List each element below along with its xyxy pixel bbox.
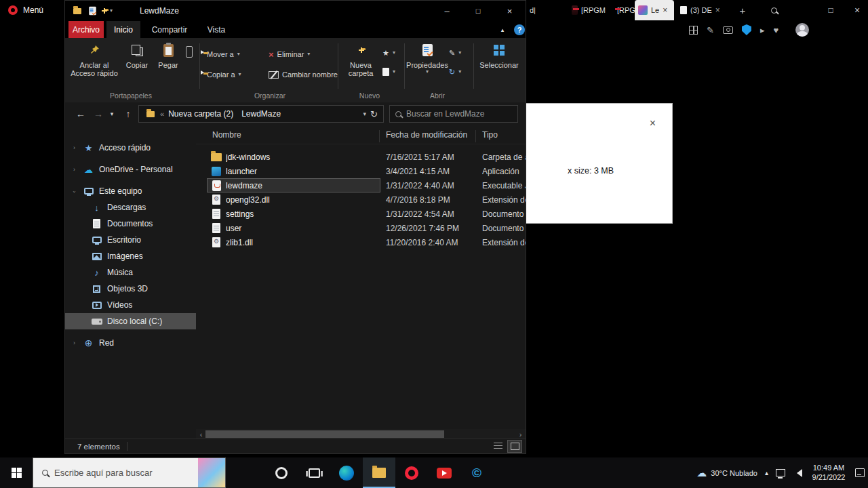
properties-button[interactable]: Propiedades ▾ (408, 41, 446, 90)
breadcrumb-item-root[interactable]: Nueva carpeta (2) (168, 109, 233, 119)
sidebar-item-music[interactable]: ♪ Música (65, 264, 196, 281)
dialog-close-icon[interactable]: × (650, 117, 656, 129)
scroll-right-icon[interactable]: › (515, 429, 526, 439)
file-row-jdk-windows[interactable]: jdk-windows 7/16/2021 5:17 AM Carpeta de… (196, 150, 526, 164)
scrollbar-thumb[interactable] (205, 430, 444, 438)
sidebar-item-network[interactable]: › ⊕ Red (65, 335, 196, 351)
browser-tab-active[interactable]: Le × (635, 0, 674, 20)
file-row-user[interactable]: user 12/26/2021 7:46 PM Documento (196, 221, 526, 235)
breadcrumb-item-current[interactable]: LewdMaze (241, 109, 281, 119)
back-button[interactable]: ← (72, 104, 90, 124)
taskbar-video-app[interactable] (428, 458, 460, 488)
tab-compartir[interactable]: Compartir (143, 21, 196, 38)
taskbar-clock[interactable]: 10:49 AM 9/21/2022 (810, 464, 848, 482)
close-button[interactable]: × (494, 1, 526, 21)
details-view-button[interactable] (491, 441, 505, 452)
column-header-name[interactable]: Nombre (212, 130, 241, 140)
minimize-button[interactable]: – (431, 1, 462, 21)
new-item-button[interactable]: ▾ (382, 65, 395, 79)
start-button[interactable] (0, 458, 33, 488)
explorer-search[interactable] (389, 105, 518, 123)
new-tab-button[interactable]: + (734, 0, 751, 20)
action-center-icon[interactable] (855, 468, 865, 477)
pin-to-quick-access-button[interactable]: Anclar al Acceso rápido (69, 41, 119, 90)
tab-tiling-icon[interactable] (689, 26, 698, 35)
copy-to-button[interactable]: Copiar a ▾ (203, 68, 241, 81)
browser-tab-rpgm-1[interactable]: [RPGM (568, 0, 609, 20)
forward-button[interactable]: → (90, 104, 107, 124)
column-header-type[interactable]: Tipo (482, 130, 498, 140)
taskbar-copyright-app[interactable]: © (460, 458, 493, 488)
up-button[interactable]: ↑ (119, 104, 137, 124)
file-row-launcher[interactable]: launcher 3/4/2021 4:15 AM Aplicación (196, 164, 526, 178)
profile-avatar[interactable] (795, 23, 809, 37)
window-close-button[interactable]: × (848, 0, 867, 20)
refresh-icon[interactable]: ↻ (370, 109, 378, 119)
properties-quick-icon[interactable] (89, 7, 96, 16)
select-button[interactable]: Seleccionar (477, 41, 521, 90)
clipboard-tools-icon[interactable] (186, 46, 193, 58)
taskbar-opera[interactable] (395, 458, 428, 488)
weather-widget[interactable]: ☁ 30°C Nublado (696, 468, 757, 478)
delete-button[interactable]: × Eliminar ▾ (269, 47, 310, 61)
rename-button[interactable]: Cambiar nombre (269, 68, 338, 81)
horizontal-scrollbar[interactable]: ‹ › (196, 429, 526, 439)
sidebar-item-downloads[interactable]: ↓ Descargas (65, 199, 196, 216)
file-row-settings[interactable]: settings 1/31/2022 4:54 AM Documento (196, 207, 526, 221)
snapshot-pencil-icon[interactable]: ✎ (707, 25, 714, 35)
tab-close-icon[interactable]: × (715, 5, 720, 15)
chevron-right-icon[interactable]: › (71, 166, 78, 173)
maximize-button[interactable]: □ (462, 1, 494, 21)
tab-close-icon[interactable]: × (663, 5, 667, 15)
sidebar-item-desktop[interactable]: Escritorio (65, 232, 196, 248)
taskbar-file-explorer[interactable] (363, 458, 395, 488)
breadcrumb-overflow-chevron[interactable]: « (160, 110, 164, 118)
copy-button[interactable]: Copiar (122, 41, 152, 90)
qat-chevron-down-icon[interactable]: ▾ (110, 8, 113, 14)
taskbar-edge[interactable] (330, 458, 363, 488)
address-dropdown-chevron[interactable]: ▾ (363, 110, 367, 117)
file-row-lewdmaze-selected[interactable]: lewdmaze 1/31/2022 4:40 AM Executable J (196, 178, 526, 192)
browser-tab-rpgm-2[interactable]: [RPGM (610, 0, 635, 20)
sidebar-item-local-disk-c[interactable]: Disco local (C:) (65, 313, 196, 329)
tab-search-icon[interactable] (765, 0, 783, 20)
ribbon-collapse-icon[interactable]: ▴ (495, 21, 510, 38)
explorer-search-input[interactable] (406, 109, 505, 119)
browser-tab-de[interactable]: (3) DE × (677, 0, 731, 20)
taskbar-search-input[interactable] (54, 468, 170, 478)
breadcrumb[interactable]: « Nueva carpeta (2) LewdMaze ▾ ↻ (138, 105, 384, 123)
sidebar-item-onedrive[interactable]: › ☁ OneDrive - Personal (65, 161, 196, 178)
browser-tab-partial[interactable]: d| (526, 0, 540, 20)
edit-button[interactable]: ✎ ▾ (449, 46, 461, 60)
taskbar-search[interactable] (33, 458, 226, 488)
file-row-opengl32[interactable]: ⚙ opengl32.dll 4/7/2016 8:18 PM Extensió… (196, 192, 526, 207)
file-row-zlib1[interactable]: ⚙ zlib1.dll 11/20/2016 2:40 AM Extensión… (196, 235, 526, 249)
camera-icon[interactable] (723, 26, 733, 34)
opera-menu-button[interactable]: Menú (0, 0, 62, 20)
easy-access-button[interactable]: ★ ▾ (382, 46, 395, 60)
thumbnails-view-button[interactable] (508, 441, 521, 452)
tab-inicio[interactable]: Inicio (106, 21, 140, 38)
taskbar-app-ring[interactable] (265, 458, 298, 488)
volume-icon[interactable] (793, 469, 802, 477)
sidebar-item-quick-access[interactable]: › ★ Acceso rápido (65, 140, 196, 156)
vpn-shield-icon[interactable] (742, 24, 751, 35)
tab-vista[interactable]: Vista (199, 21, 234, 38)
sidebar-item-videos[interactable]: Vídeos (65, 297, 196, 313)
chevron-expanded-icon[interactable]: › (71, 191, 77, 193)
flow-send-icon[interactable]: ▸ (760, 25, 765, 35)
chevron-right-icon[interactable]: › (71, 144, 78, 151)
column-header-modified[interactable]: Fecha de modificación (386, 130, 467, 140)
tab-archivo[interactable]: Archivo (68, 21, 104, 38)
window-maximize-button[interactable]: □ (821, 0, 841, 20)
sidebar-item-this-pc[interactable]: › Este equipo (65, 183, 196, 199)
move-to-button[interactable]: Mover a ▾ (203, 47, 240, 61)
scroll-left-icon[interactable]: ‹ (196, 429, 206, 439)
chevron-right-icon[interactable]: › (71, 340, 78, 346)
favorites-heart-icon[interactable]: ♥ (773, 25, 778, 35)
recent-locations-chevron[interactable]: ▾ (106, 104, 118, 124)
search-highlight-illustration[interactable] (198, 458, 225, 487)
sidebar-item-documents[interactable]: Documentos (65, 216, 196, 232)
new-folder-button[interactable]: Nueva carpeta (342, 41, 380, 90)
help-button[interactable]: ? (511, 21, 528, 38)
